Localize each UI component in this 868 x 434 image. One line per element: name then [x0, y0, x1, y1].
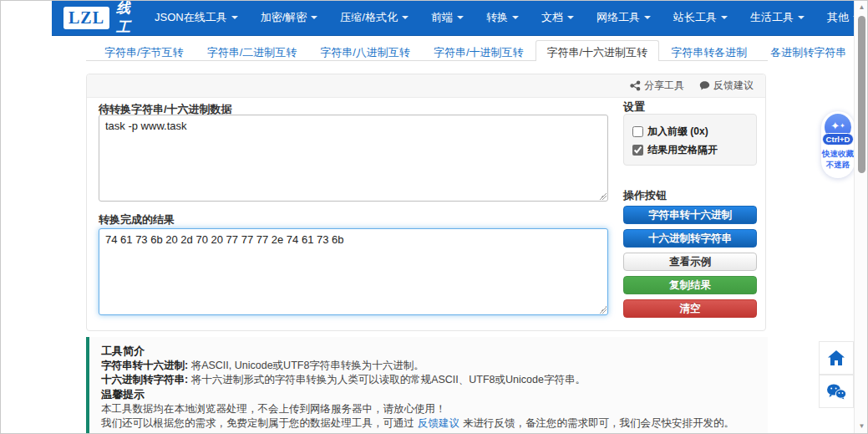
option-label: 加入前缀 (0x)	[647, 125, 708, 139]
option-label: 结果用空格隔开	[647, 143, 718, 157]
caret-down-icon	[644, 16, 651, 19]
panel-toolbar: 分享工具 反馈建议	[87, 74, 765, 98]
tips-title: 温馨提示	[101, 387, 756, 402]
settings-box: 加入前缀 (0x) 结果用空格隔开	[623, 114, 757, 166]
nav-menu-bar: JSON在线工具 加密/解密 压缩/格式化 前端 转换 文档 网络工具 站长工具…	[155, 10, 860, 25]
hex-to-string-button[interactable]: 十六进制转字符串	[623, 229, 757, 248]
caret-down-icon	[457, 16, 464, 19]
source-textarea[interactable]: task -p www.task	[99, 115, 608, 202]
intro-term: 十六进制转字符串:	[101, 374, 188, 385]
comment-icon	[699, 80, 710, 91]
nav-menu-json-tools[interactable]: JSON在线工具	[155, 10, 238, 25]
caret-down-icon	[721, 16, 728, 19]
tab-string-to-bases[interactable]: 字符串转各进制	[659, 40, 759, 61]
scroll-up-arrow-icon[interactable]: ▲	[855, 2, 868, 13]
nav-menu-label: 网络工具	[596, 10, 640, 25]
feedback-link[interactable]: 反馈建议	[418, 417, 459, 429]
tab-string-decimal[interactable]: 字符串/十进制互转	[422, 40, 536, 61]
nav-menu-webmaster-tools[interactable]: 站长工具	[673, 10, 728, 25]
share-icon	[630, 80, 641, 91]
actions-title: 操作按钮	[623, 188, 667, 203]
logo-lzl: LZL	[63, 7, 109, 29]
nav-menu-label: JSON在线工具	[155, 10, 227, 25]
wechat-button[interactable]	[819, 375, 854, 408]
nav-menu-label: 前端	[431, 10, 453, 25]
favorite-hint-badge: ✦✦ Ctrl+D 快速收藏 不迷路	[821, 111, 855, 178]
intro-term: 字符串转十六进制:	[101, 360, 188, 371]
tab-string-byte[interactable]: 字符串/字节互转	[93, 40, 195, 61]
action-buttons: 字符串转十六进制 十六进制转字符串 查看示例 复制结果 清空	[623, 206, 757, 323]
nav-menu-label: 其他	[827, 10, 849, 25]
scroll-down-arrow-icon[interactable]: ▼	[855, 421, 868, 432]
converter-panel: 分享工具 反馈建议 待转换字符串/十六进制数据 task -p www.task…	[86, 74, 766, 331]
tip-text: 来进行反馈，备注您的需求即可，我们会尽快安排开发的。	[463, 417, 734, 429]
string-to-hex-button[interactable]: 字符串转十六进制	[623, 206, 757, 224]
tab-string-binary[interactable]: 字符串/二进制互转	[195, 40, 309, 61]
tip-line: 本工具数据均在本地浏览器处理，不会上传到网络服务器中，请放心使用！	[101, 402, 756, 416]
view-example-button[interactable]: 查看示例	[623, 253, 757, 271]
caret-down-icon	[311, 16, 317, 19]
nav-menu-label: 转换	[486, 10, 508, 25]
nav-menu-convert[interactable]: 转换	[486, 10, 519, 25]
intro-desc: 将ASCII, Unicode或UTF8字符串转换为十六进制。	[191, 360, 424, 371]
settings-title: 设置	[623, 100, 645, 115]
nav-menu-label: 加密/解密	[261, 10, 307, 25]
copy-result-button[interactable]: 复制结果	[623, 276, 757, 294]
intro-title: 工具简介	[101, 344, 756, 359]
nav-menu-encrypt-decrypt[interactable]: 加密/解密	[261, 10, 318, 25]
nav-menu-compress-format[interactable]: 压缩/格式化	[340, 10, 409, 25]
nav-menu-label: 压缩/格式化	[340, 10, 398, 25]
caret-down-icon	[512, 16, 519, 19]
result-textarea[interactable]: 74 61 73 6b 20 2d 70 20 77 77 77 2e 74 6…	[99, 228, 608, 315]
tab-string-octal[interactable]: 字符串/八进制互转	[308, 40, 422, 61]
add-prefix-checkbox[interactable]	[632, 126, 643, 137]
caret-down-icon	[402, 16, 409, 19]
feedback-button[interactable]: 反馈建议	[699, 79, 754, 93]
top-navbar: LZL 在线工具 JSON在线工具 加密/解密 压缩/格式化 前端 转换 文档 …	[52, 0, 854, 36]
tip-line: 我们还可以根据您的需求，免费定制属于您的数据处理工具，可通过反馈建议来进行反馈，…	[101, 416, 756, 431]
caret-down-icon	[798, 16, 805, 19]
nav-menu-frontend[interactable]: 前端	[431, 10, 464, 25]
home-icon	[827, 350, 845, 366]
favorite-hint-line1: 快速收藏	[821, 148, 855, 159]
scrollbar-thumb[interactable]	[858, 16, 865, 173]
share-label: 分享工具	[644, 79, 684, 93]
option-space-separated: 结果用空格隔开	[632, 140, 748, 159]
feedback-label: 反馈建议	[713, 79, 754, 93]
vertical-scrollbar: ▲ ▼	[854, 0, 868, 434]
nav-menu-label: 站长工具	[673, 10, 717, 25]
ctrl-d-key-label: Ctrl+D	[822, 133, 854, 146]
nav-menu-life-tools[interactable]: 生活工具	[750, 10, 805, 25]
caret-down-icon	[567, 16, 574, 19]
intro-item: 字符串转十六进制: 将ASCII, Unicode或UTF8字符串转换为十六进制…	[101, 359, 756, 373]
tab-string-hex-active[interactable]: 字符串/十六进制互转	[536, 40, 660, 61]
intro-desc: 将十六进制形式的字符串转换为人类可以读取的常规ASCII、UTF8或Unicod…	[191, 374, 586, 385]
nav-menu-label: 文档	[541, 10, 563, 25]
share-tool-button[interactable]: 分享工具	[630, 79, 684, 93]
wechat-icon	[826, 383, 846, 400]
result-label: 转换完成的结果	[99, 212, 175, 227]
option-add-prefix: 加入前缀 (0x)	[632, 122, 748, 140]
nav-menu-docs[interactable]: 文档	[541, 10, 574, 25]
home-button[interactable]	[819, 341, 854, 375]
caret-down-icon	[231, 16, 238, 19]
tip-text: 我们还可以根据您的需求，免费定制属于您的数据处理工具，可通过	[101, 417, 414, 429]
favorite-hint-line2: 不迷路	[821, 159, 855, 170]
space-separator-checkbox[interactable]	[632, 145, 643, 156]
nav-menu-label: 生活工具	[750, 10, 794, 25]
tool-tabs: 字符串/字节互转 字符串/二进制互转 字符串/八进制互转 字符串/十进制互转 字…	[86, 39, 768, 61]
intro-item: 十六进制转字符串: 将十六进制形式的字符串转换为人类可以读取的常规ASCII、U…	[101, 373, 756, 387]
tab-bases-to-string[interactable]: 各进制转字符串	[759, 40, 858, 61]
tool-info-section: 工具简介 字符串转十六进制: 将ASCII, Unicode或UTF8字符串转换…	[86, 337, 768, 434]
nav-menu-network-tools[interactable]: 网络工具	[596, 10, 651, 25]
clear-button[interactable]: 清空	[623, 299, 757, 318]
